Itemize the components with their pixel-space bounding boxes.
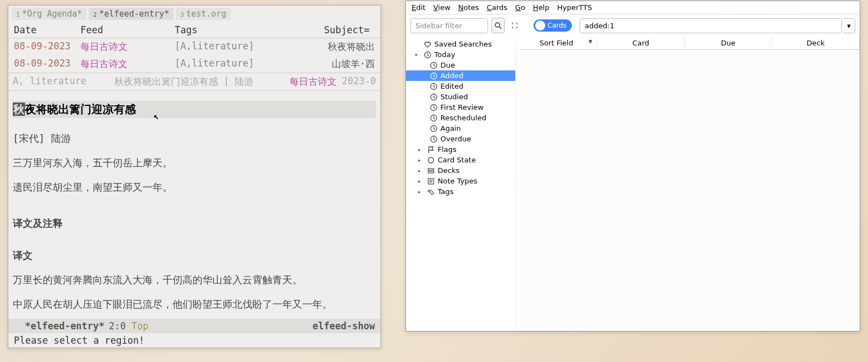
tree-arrow-icon: ▸: [418, 189, 424, 195]
svg-point-0: [495, 23, 500, 27]
col-card[interactable]: Card: [597, 37, 685, 49]
tree-item-label: Tags: [438, 187, 454, 196]
meta-sep: |: [224, 75, 229, 88]
menu-go[interactable]: Go: [515, 3, 525, 12]
entry-body[interactable]: 秋夜将晓出篱门迎凉有感 ↖ [宋代] 陆游 三万里河东入海，五千仞岳上摩天。 遗…: [8, 91, 380, 319]
row-date: 08-09-2023: [14, 58, 80, 70]
anki-sidebar[interactable]: Saved Searches▾TodayDueAddedEditedStudie…: [406, 37, 516, 331]
tree-item-label: Edited: [440, 82, 463, 90]
tree-item-label: First Review: [440, 103, 484, 111]
anki-toolbar: Sidebar filter ⛶ Cards added:1 ▾: [406, 14, 860, 37]
emacs-tab-org-agenda[interactable]: 1*Org Agenda*: [12, 8, 87, 20]
tree-item-again[interactable]: Again: [406, 123, 515, 134]
entry-line: 三万里河东入海，五千仞岳上摩天。: [13, 154, 376, 172]
col-due[interactable]: Due: [685, 37, 773, 49]
clock-icon: [429, 104, 438, 111]
row-date: 08-09-2023: [14, 40, 80, 53]
emacs-tab-test-org[interactable]: 3test.org: [176, 8, 231, 20]
tree-item-decks[interactable]: ▸Decks: [406, 165, 515, 176]
entry-line: [宋代] 陆游: [13, 129, 376, 148]
row-feed: 每日古诗文: [80, 40, 175, 53]
elfeed-header-row: Date Feed Tags Subject =: [8, 22, 380, 38]
tree-item-label: Again: [440, 124, 461, 132]
table-body[interactable]: [520, 50, 860, 331]
anki-table: Sort Field▼ Card Due Deck: [520, 37, 860, 331]
tree-item-label: Saved Searches: [434, 40, 492, 48]
tree-arrow-icon: ▸: [418, 168, 424, 174]
toggle-label: Cards: [547, 22, 566, 29]
tree-item-card-state[interactable]: ▸Card State: [406, 155, 515, 165]
elfeed-row[interactable]: 08-09-2023 每日古诗文 [A,literature] 山坡羊·西: [8, 55, 380, 73]
menu-view[interactable]: View: [433, 3, 450, 12]
tree-item-today[interactable]: ▾Today: [406, 49, 515, 60]
tree-item-saved-searches[interactable]: Saved Searches: [406, 39, 515, 49]
entry-section: 译文及注释: [13, 214, 376, 233]
svg-point-18: [429, 191, 430, 192]
tree-item-label: Flags: [438, 145, 456, 154]
row-tags: [A,literature]: [175, 58, 313, 70]
mouse-cursor-icon: ↖: [154, 111, 159, 121]
selection-icon: ⛶: [511, 22, 517, 29]
modeline-coords: 2:0: [109, 320, 126, 332]
tree-item-label: Due: [440, 61, 455, 69]
row-feed: 每日古诗文: [80, 58, 175, 70]
tree-item-note-types[interactable]: ▸Note Types: [406, 176, 515, 186]
chevron-down-icon: ▼: [588, 39, 592, 44]
minibuffer[interactable]: Please select a region!: [8, 333, 380, 348]
tree-item-rescheduled[interactable]: Rescheduled: [406, 113, 515, 123]
menu-notes[interactable]: Notes: [458, 3, 479, 12]
search-button[interactable]: [491, 18, 505, 33]
elfeed-row[interactable]: 08-09-2023 每日古诗文 [A,literature] 秋夜将晓出: [8, 38, 380, 55]
modeline-pos: Top: [131, 320, 149, 332]
tree-item-first-review[interactable]: First Review: [406, 102, 515, 113]
entry-metabar: A, literature 秋夜将晓出篱门迎凉有感 | 陆游 每日古诗文 202…: [8, 73, 380, 91]
col-deck[interactable]: Deck: [772, 37, 860, 49]
sidebar-filter-input[interactable]: Sidebar filter: [410, 18, 488, 33]
tree-item-studied[interactable]: Studied: [406, 91, 515, 102]
tree-item-label: Rescheduled: [440, 114, 486, 122]
tree-item-edited[interactable]: Edited: [406, 81, 515, 91]
heart-icon: [423, 40, 432, 48]
tree-item-due[interactable]: Due: [406, 60, 515, 70]
tree-item-label: Added: [440, 72, 463, 80]
selection-tool-button[interactable]: ⛶: [508, 18, 520, 33]
search-query-input[interactable]: added:1: [580, 18, 842, 33]
emacs-window: 1*Org Agenda* 2*elfeed-entry* 3test.org …: [8, 5, 381, 348]
search-history-dropdown[interactable]: ▾: [843, 18, 855, 33]
menu-edit[interactable]: Edit: [412, 3, 425, 12]
anki-browser-window: Edit View Notes Cards Go Help HyperTTS S…: [405, 1, 860, 332]
clock-icon: [429, 83, 438, 90]
menu-hypertts[interactable]: HyperTTS: [557, 3, 592, 12]
entry-line: 万里长的黄河奔腾向东流入大海，千仞高的华山耸入云霄触青天。: [13, 271, 376, 289]
tree-item-flags[interactable]: ▸Flags: [406, 144, 515, 155]
clock-icon: [429, 72, 438, 80]
row-subject: 秋夜将晓出: [313, 40, 375, 53]
cards-notes-toggle[interactable]: Cards: [534, 19, 572, 32]
col-sort-field[interactable]: Sort Field▼: [520, 37, 597, 49]
tree-item-tags[interactable]: ▸Tags: [406, 186, 515, 197]
meta-date: 2023-0: [342, 75, 376, 88]
entry-line: 遗民泪尽胡尘里，南望王师又一年。: [13, 178, 376, 197]
svg-point-11: [428, 157, 434, 163]
entry-title: 秋夜将晓出篱门迎凉有感 ↖: [13, 101, 376, 118]
menu-help[interactable]: Help: [533, 3, 550, 12]
tree-arrow-icon: ▸: [418, 179, 424, 184]
clock-icon: [429, 114, 438, 122]
toggle-knob-icon: [535, 21, 545, 30]
col-subject-header: Subject: [313, 24, 364, 35]
clock-icon: [429, 135, 438, 143]
tree-item-label: Card State: [438, 156, 476, 164]
emacs-tab-elfeed-entry[interactable]: 2*elfeed-entry*: [89, 8, 174, 20]
tag-icon: [427, 188, 435, 196]
tree-item-label: Decks: [438, 166, 459, 175]
tree-item-label: Studied: [440, 93, 468, 101]
tree-item-added[interactable]: Added: [406, 70, 515, 81]
menu-cards[interactable]: Cards: [487, 3, 507, 12]
split-handle[interactable]: ⋮: [516, 37, 520, 331]
clock-icon: [423, 51, 432, 59]
clock-icon: [429, 125, 438, 132]
clock-icon: [429, 62, 438, 69]
tree-item-overdue[interactable]: Overdue: [406, 134, 515, 144]
anki-menubar: Edit View Notes Cards Go Help HyperTTS: [406, 1, 860, 14]
cursor-char: 秋: [13, 103, 25, 116]
